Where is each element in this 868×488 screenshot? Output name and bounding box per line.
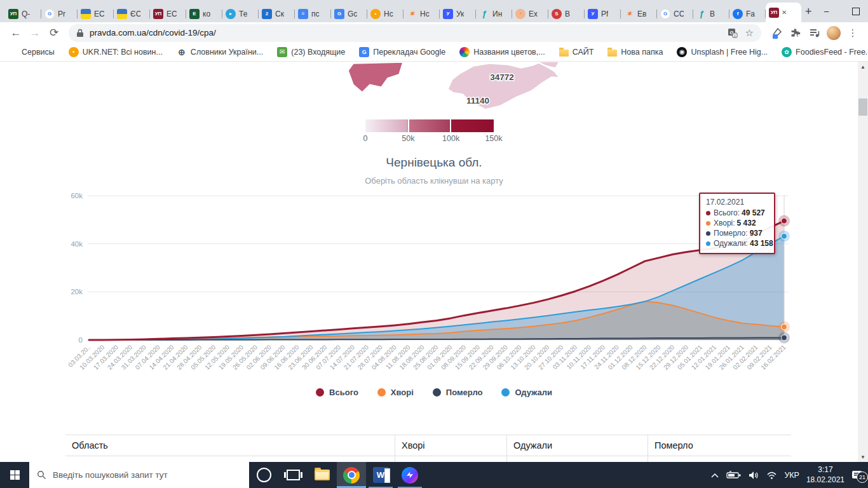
media-playlist-icon[interactable]	[806, 24, 824, 42]
browser-tab[interactable]: ЄС	[114, 5, 150, 22]
tooltip-row: Всього:49 527	[706, 208, 768, 217]
browser-tab[interactable]: GСС	[657, 5, 693, 22]
bookmark-item[interactable]: Сервисы	[9, 48, 55, 57]
chrome-taskbar-button[interactable]	[337, 462, 366, 488]
browser-tab[interactable]: ◔Ex	[512, 5, 548, 22]
tooltip-series-value: 43 158	[750, 239, 773, 248]
bookmark-item[interactable]: GПерекладач Google	[359, 47, 445, 57]
svg-text:文: 文	[733, 33, 736, 37]
tooltip-series-dot	[706, 231, 710, 236]
scroll-up-icon[interactable]: ▲	[858, 62, 868, 72]
map-region-odesa-fragment[interactable]	[348, 62, 403, 92]
taskbar-search-input[interactable]: Введіть пошуковий запит тут	[29, 462, 249, 488]
reload-button[interactable]: ⟳	[44, 24, 64, 43]
tray-chevron-up-icon[interactable]	[710, 472, 719, 478]
tab-title: В	[710, 10, 715, 18]
tab-title: СС	[674, 10, 684, 18]
task-view-button[interactable]	[278, 462, 308, 488]
window-controls: – ✕	[812, 0, 868, 22]
browser-tab[interactable]: ✶Нс	[403, 5, 440, 22]
tab-title: Ск	[275, 10, 284, 18]
file-explorer-button[interactable]	[308, 462, 337, 488]
browser-tab[interactable]: fFa	[729, 5, 766, 22]
teal-f-icon: ƒ	[479, 9, 489, 19]
browser-tab[interactable]: SВ	[548, 5, 585, 22]
ukrpravda-red-icon: УП	[769, 8, 779, 18]
scrollbar-thumb[interactable]	[858, 98, 867, 116]
table-header-cell[interactable]: Область	[65, 435, 395, 456]
table-header-cell[interactable]: Померло	[648, 435, 791, 456]
legend-item[interactable]: Померло	[433, 388, 483, 397]
blue-2-icon: 2	[262, 9, 272, 19]
new-tab-button[interactable]: +	[805, 3, 812, 20]
map-region-crimea[interactable]	[448, 63, 559, 109]
bookmark-item[interactable]: САЙТ	[559, 48, 594, 57]
colorbar-tick-label: 150k	[485, 134, 502, 143]
active-tab[interactable]: УП✕	[766, 3, 801, 22]
browser-menu-icon[interactable]: ⋮	[844, 24, 862, 42]
last-point-dot-2[interactable]	[782, 335, 787, 341]
bookmark-item[interactable]: ◉Unsplash | Free Hig...	[677, 47, 768, 57]
language-indicator[interactable]: УКР	[784, 471, 799, 480]
ukraine-flag-icon	[117, 9, 127, 19]
messenger-taskbar-button[interactable]	[395, 462, 424, 488]
back-button[interactable]: ←	[6, 24, 25, 43]
bookmark-label: (23) Входящие	[291, 48, 345, 57]
legend-label: Померло	[446, 388, 483, 397]
notification-center-button[interactable]: 21	[851, 470, 863, 480]
volume-icon[interactable]	[749, 471, 759, 480]
bookmark-item[interactable]: Нова папка	[607, 48, 663, 57]
last-point-dot-3[interactable]	[782, 233, 787, 239]
browser-tab[interactable]: GPr	[41, 5, 78, 22]
start-button[interactable]	[0, 462, 29, 488]
legend-item[interactable]: Хворі	[377, 388, 414, 397]
cortana-button[interactable]	[249, 462, 278, 488]
bookmark-item[interactable]: ✿FoodiesFeed - Free...	[782, 47, 868, 57]
browser-tab[interactable]: УПQ-	[5, 5, 41, 22]
battery-icon[interactable]	[726, 471, 742, 480]
browser-tab[interactable]: УPf	[585, 5, 621, 22]
tab-close-icon[interactable]: ✕	[782, 9, 787, 16]
bookmark-item[interactable]: ✉(23) Входящие	[277, 47, 345, 57]
profile-avatar[interactable]	[825, 24, 843, 42]
browser-tab[interactable]: ✶Ев	[621, 5, 657, 22]
browser-tab[interactable]: ƒВ	[693, 5, 729, 22]
minimize-button[interactable]: –	[812, 0, 841, 22]
table-cell	[506, 456, 648, 462]
browser-tab[interactable]: 2Ск	[259, 5, 295, 22]
last-point-dot-1[interactable]	[782, 324, 787, 330]
forward-button[interactable]: →	[25, 24, 44, 43]
browser-tab[interactable]: УПЕС	[150, 5, 186, 22]
tab-title: пс	[311, 10, 320, 18]
wifi-icon[interactable]	[766, 471, 777, 480]
extensions-puzzle-icon[interactable]	[787, 24, 804, 42]
bookmark-item[interactable]: Названия цветов,...	[459, 47, 545, 57]
browser-tab[interactable]: GGс	[331, 5, 367, 22]
maximize-button[interactable]	[841, 0, 868, 22]
word-taskbar-button[interactable]: W	[366, 462, 395, 488]
page-scrollbar[interactable]: ▲ ▼	[858, 62, 868, 462]
legend-item[interactable]: Одужали	[501, 388, 552, 397]
browser-tab[interactable]: Еко	[186, 5, 222, 22]
legend-item[interactable]: Всього	[316, 388, 358, 397]
tab-title: ЄС	[130, 10, 140, 18]
taskbar-clock[interactable]: 3:17 18.02.2021	[806, 465, 844, 485]
table-header-cell[interactable]: Одужали	[506, 435, 648, 456]
color-picker-extension-icon[interactable]	[768, 24, 785, 42]
browser-tab[interactable]: ЕС	[78, 5, 114, 22]
tooltip-series-label: Одужали:	[714, 239, 748, 248]
bookmark-star-icon[interactable]: ☆	[745, 27, 754, 39]
browser-tab[interactable]: УУк	[440, 5, 476, 22]
browser-tab[interactable]: ƒИн	[476, 5, 512, 22]
browser-tab[interactable]: ≡пс	[295, 5, 331, 22]
table-row[interactable]	[65, 456, 791, 462]
browser-tab[interactable]: ▸Те	[222, 5, 259, 22]
bookmark-item[interactable]: ⊕Словники України...	[177, 47, 263, 57]
browser-tab[interactable]: •Нс	[367, 5, 403, 22]
table-header-cell[interactable]: Хворі	[395, 435, 506, 456]
last-point-dot-0[interactable]	[782, 218, 787, 224]
scroll-down-icon[interactable]: ▼	[858, 452, 868, 462]
address-bar[interactable]: pravda.com.ua/cdn/covid-19/cpa/ G文 ☆	[69, 24, 761, 42]
translate-icon[interactable]: G文	[728, 28, 738, 38]
bookmark-item[interactable]: •UKR.NET: Всі новин...	[69, 47, 163, 57]
